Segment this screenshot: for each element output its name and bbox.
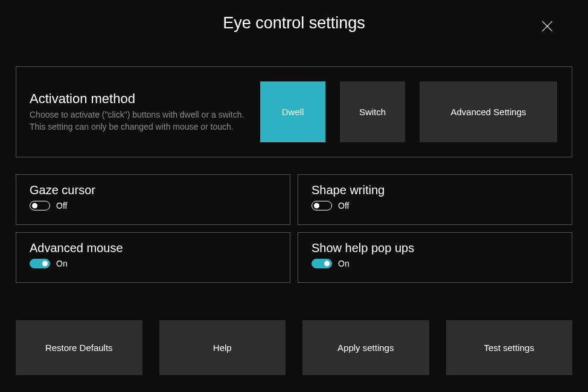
advanced-mouse-card[interactable]: Advanced mouse On <box>16 232 290 283</box>
toggle-knob-icon <box>42 261 48 267</box>
switch-button[interactable]: Switch <box>340 81 405 142</box>
activation-text: Activation method Choose to activate ("c… <box>30 91 253 133</box>
show-help-title: Show help pop ups <box>312 241 558 255</box>
gaze-cursor-card[interactable]: Gaze cursor Off <box>16 174 290 225</box>
activation-description: Choose to activate ("click") buttons wit… <box>30 109 253 133</box>
shape-writing-card[interactable]: Shape writing Off <box>298 174 572 225</box>
apply-settings-button[interactable]: Apply settings <box>302 320 429 375</box>
shape-writing-toggle[interactable] <box>312 201 332 210</box>
show-help-toggle[interactable] <box>312 259 332 268</box>
toggle-knob-icon <box>314 203 319 209</box>
header: Eye control settings <box>0 0 588 46</box>
toggle-knob-icon <box>324 261 330 267</box>
show-help-card[interactable]: Show help pop ups On <box>298 232 572 283</box>
footer-buttons: Restore Defaults Help Apply settings Tes… <box>0 320 588 375</box>
shape-writing-state: Off <box>338 201 349 210</box>
dwell-button[interactable]: Dwell <box>260 81 325 142</box>
gaze-cursor-title: Gaze cursor <box>30 183 276 197</box>
test-settings-button[interactable]: Test settings <box>446 320 573 375</box>
advanced-mouse-toggle[interactable] <box>30 259 50 268</box>
advanced-mouse-toggle-row: On <box>30 259 276 268</box>
show-help-state: On <box>338 259 350 268</box>
shape-writing-title: Shape writing <box>312 183 558 197</box>
gaze-cursor-state: Off <box>56 201 67 210</box>
toggle-knob-icon <box>32 203 37 209</box>
advanced-settings-button[interactable]: Advanced Settings <box>420 81 557 142</box>
advanced-mouse-title: Advanced mouse <box>30 241 276 255</box>
activation-title: Activation method <box>30 91 253 107</box>
help-button[interactable]: Help <box>159 320 286 375</box>
gaze-cursor-toggle-row: Off <box>30 201 276 210</box>
close-button[interactable] <box>541 20 553 32</box>
advanced-mouse-state: On <box>56 259 68 268</box>
toggle-grid: Gaze cursor Off Shape writing Off Advanc… <box>16 174 572 283</box>
activation-section: Activation method Choose to activate ("c… <box>16 66 572 157</box>
shape-writing-toggle-row: Off <box>312 201 558 210</box>
close-icon <box>542 21 552 31</box>
gaze-cursor-toggle[interactable] <box>30 201 50 210</box>
show-help-toggle-row: On <box>312 259 558 268</box>
content: Activation method Choose to activate ("c… <box>0 66 588 283</box>
activation-buttons: Dwell Switch Advanced Settings <box>260 81 557 142</box>
page-title: Eye control settings <box>223 14 365 33</box>
restore-defaults-button[interactable]: Restore Defaults <box>16 320 142 375</box>
